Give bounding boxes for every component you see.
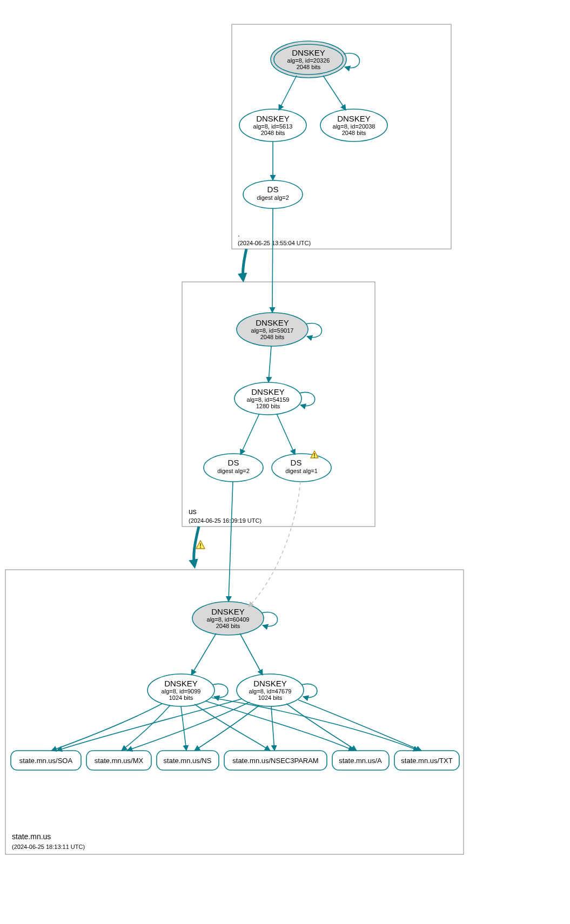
svg-text:!: ! [199,542,202,550]
svg-text:DS: DS [267,185,279,194]
svg-text:digest alg=2: digest alg=2 [217,468,250,474]
node-ds-us-2: DS digest alg=1 ! [272,451,331,482]
svg-text:1024 bits: 1024 bits [258,694,283,701]
svg-text:2048 bits: 2048 bits [297,64,321,70]
edge [181,706,186,751]
svg-text:2048 bits: 2048 bits [261,130,285,136]
zone-ts-root: (2024-06-25 13:55:04 UTC) [238,240,311,246]
svg-text:state.mn.us/TXT: state.mn.us/TXT [401,757,452,765]
edge [272,208,273,313]
svg-text:DNSKEY: DNSKEY [337,114,371,123]
svg-text:1280 bits: 1280 bits [256,403,280,409]
node-ds-root: DS digest alg=2 [243,180,303,208]
warning-icon: ! [196,541,205,550]
svg-text:DNSKEY: DNSKEY [251,387,285,396]
node-dnskey-us-zsk: DNSKEY alg=8, id=54159 1280 bits [234,382,301,415]
edge [269,346,271,382]
svg-text:DS: DS [228,458,239,467]
node-ds-us-1: DS digest alg=2 [204,454,263,482]
node-rrset-mx: state.mn.us/MX [86,751,151,770]
svg-text:state.mn.us/SOA: state.mn.us/SOA [19,757,73,765]
node-rrset-txt: state.mn.us/TXT [394,751,459,770]
svg-text:DNSKEY: DNSKEY [253,679,287,688]
edge-zone-boundary [243,249,246,280]
edge [279,76,297,110]
edge [323,76,346,110]
node-rrset-soa: state.mn.us/SOA [11,751,81,770]
svg-text:state.mn.us/MX: state.mn.us/MX [95,757,144,765]
node-dnskey-root-zsk1: DNSKEY alg=8, id=5613 2048 bits [239,109,306,141]
node-dnskey-root-ksk: DNSKEY alg=8, id=20326 2048 bits [271,41,346,78]
svg-text:alg=8, id=59017: alg=8, id=59017 [251,327,294,334]
edge [271,706,274,751]
edge-dashed [249,482,300,607]
dnssec-chain-diagram: . (2024-06-25 13:55:04 UTC) DNSKEY alg=8… [0,0,570,924]
zone-label-root: . [238,230,240,238]
zone-ts-state: (2024-06-25 18:13:11 UTC) [12,844,85,850]
node-dnskey-root-zsk2: DNSKEY alg=8, id=20038 2048 bits [320,109,387,141]
svg-text:DNSKEY: DNSKEY [211,607,245,616]
edge [240,633,263,675]
svg-text:state.mn.us/NS: state.mn.us/NS [164,757,212,765]
svg-text:DNSKEY: DNSKEY [256,114,290,123]
node-dnskey-state-zsk1: DNSKEY alg=8, id=9099 1024 bits [147,674,214,706]
node-dnskey-us-ksk: DNSKEY alg=8, id=59017 2048 bits [237,313,308,346]
svg-text:state.mn.us/A: state.mn.us/A [339,757,382,765]
edge [195,704,270,751]
svg-text:alg=8, id=9099: alg=8, id=9099 [162,688,201,694]
svg-text:DNSKEY: DNSKEY [164,679,198,688]
edge [277,414,295,455]
svg-text:alg=8, id=20326: alg=8, id=20326 [287,57,330,64]
node-dnskey-state-ksk: DNSKEY alg=8, id=60409 2048 bits [192,602,264,635]
svg-text:alg=8, id=5613: alg=8, id=5613 [253,123,293,130]
svg-text:alg=8, id=47679: alg=8, id=47679 [249,688,292,694]
svg-text:2048 bits: 2048 bits [342,130,366,136]
svg-text:1024 bits: 1024 bits [169,694,193,701]
warning-icon: ! [311,451,318,460]
svg-text:state.mn.us/NSEC3PARAM: state.mn.us/NSEC3PARAM [232,757,318,765]
svg-text:alg=8, id=54159: alg=8, id=54159 [247,396,290,403]
svg-text:DNSKEY: DNSKEY [256,318,289,327]
zone-label-state: state.mn.us [12,832,51,841]
edge [191,633,216,675]
edge [205,701,354,751]
svg-text:!: ! [313,452,316,460]
node-rrset-ns: state.mn.us/NS [157,751,219,770]
svg-text:DS: DS [291,458,302,467]
svg-text:alg=8, id=60409: alg=8, id=60409 [207,616,250,623]
zone-ts-us: (2024-06-25 16:09:19 UTC) [189,517,261,524]
node-rrset-a: state.mn.us/A [332,751,389,770]
svg-text:DNSKEY: DNSKEY [292,48,325,57]
edge [240,414,259,455]
edge [229,482,233,602]
zone-label-us: us [189,507,197,516]
node-rrset-nsec3: state.mn.us/NSEC3PARAM [224,751,327,770]
svg-text:digest alg=1: digest alg=1 [285,468,318,474]
svg-text:digest alg=2: digest alg=2 [257,194,289,201]
svg-text:2048 bits: 2048 bits [216,623,240,629]
svg-text:alg=8, id=20038: alg=8, id=20038 [333,123,375,130]
svg-text:2048 bits: 2048 bits [260,334,285,340]
node-dnskey-state-zsk2: DNSKEY alg=8, id=47679 1024 bits [237,674,304,706]
